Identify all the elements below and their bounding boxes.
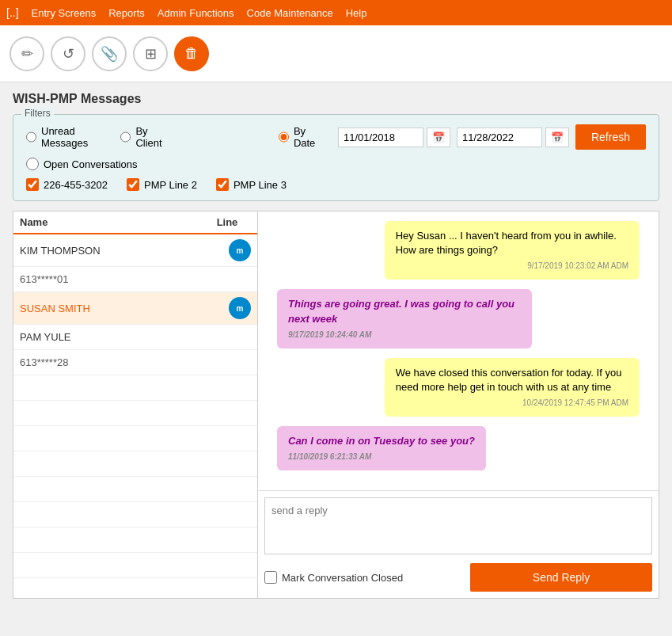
contact-row[interactable]: SUSAN SMITH m bbox=[13, 292, 257, 325]
message-timestamp: 9/17/2019 10:24:40 AM bbox=[288, 329, 521, 341]
contact-phone-row[interactable]: 613*****28 bbox=[13, 350, 257, 375]
contacts-header: Name Line bbox=[13, 211, 257, 234]
messages-area[interactable]: Hey Susan ... I haven't heard from you i… bbox=[258, 211, 659, 490]
phone-checkbox[interactable] bbox=[26, 178, 39, 191]
contact-row-empty[interactable] bbox=[13, 553, 257, 578]
trash-button[interactable]: 🗑 bbox=[174, 36, 209, 71]
contact-row-empty[interactable] bbox=[13, 477, 257, 502]
by-client-label: By Client bbox=[135, 125, 164, 149]
unread-radio-input[interactable] bbox=[26, 131, 36, 143]
nav-logo[interactable]: [..] bbox=[6, 6, 19, 19]
contact-row-empty[interactable] bbox=[13, 401, 257, 426]
contacts-panel: Name Line KIM THOMPSON m 613*****01 SUSA… bbox=[13, 211, 258, 599]
by-date-label: By Date bbox=[294, 125, 319, 149]
back-button[interactable]: ↺ bbox=[51, 36, 85, 71]
open-conversations-radio[interactable]: Open Conversations bbox=[26, 158, 138, 170]
message-text: We have closed this conversation for tod… bbox=[396, 367, 622, 393]
mark-closed-text: Mark Conversation Closed bbox=[282, 572, 403, 584]
filters-box: Filters Unread Messages By Client By Dat… bbox=[13, 114, 659, 201]
grid-button[interactable]: ⊞ bbox=[133, 36, 168, 71]
message-bubble-incoming: Things are going great. I was going to c… bbox=[277, 289, 532, 348]
filters-row-3: 226-455-3202 PMP Line 2 PMP Line 3 bbox=[26, 178, 646, 191]
toolbar: ✏ ↺ 📎 ⊞ 🗑 bbox=[0, 25, 672, 82]
pmp3-checkbox[interactable] bbox=[216, 178, 229, 191]
phone-checkbox-label[interactable]: 226-455-3202 bbox=[26, 178, 108, 191]
contact-row-empty[interactable] bbox=[13, 502, 257, 527]
message-text: Hey Susan ... I haven't heard from you i… bbox=[396, 230, 617, 256]
nav-entry-screens[interactable]: Entry Screens bbox=[32, 7, 97, 19]
by-date-radio-input[interactable] bbox=[279, 131, 289, 143]
contact-phone: 613*****28 bbox=[20, 356, 68, 368]
contact-row-empty[interactable] bbox=[13, 451, 257, 477]
message-text: Things are going great. I was going to c… bbox=[288, 298, 514, 324]
contact-name: PAM YULE bbox=[20, 331, 251, 343]
message-text: Can I come in on Tuesday to see you? bbox=[288, 435, 475, 447]
date-to-cal-button[interactable]: 📅 bbox=[545, 128, 569, 147]
message-bubble-incoming: Can I come in on Tuesday to see you? 11/… bbox=[277, 426, 486, 470]
pmp3-checkbox-label[interactable]: PMP Line 3 bbox=[216, 178, 287, 191]
reply-footer: Mark Conversation Closed Send Reply bbox=[264, 563, 652, 592]
contact-row-empty[interactable] bbox=[13, 375, 257, 401]
date-from-input[interactable] bbox=[338, 128, 423, 147]
pmp3-label: PMP Line 3 bbox=[233, 179, 287, 191]
contact-name: KIM THOMPSON bbox=[20, 245, 229, 257]
contact-row-empty[interactable] bbox=[13, 527, 257, 553]
contact-row[interactable]: PAM YULE bbox=[13, 325, 257, 350]
date-section: 📅 📅 Refresh bbox=[338, 124, 646, 150]
filters-row-1: Unread Messages By Client By Date 📅 📅 bbox=[26, 124, 646, 150]
nav-reports[interactable]: Reports bbox=[108, 7, 145, 19]
contact-row-empty[interactable] bbox=[13, 426, 257, 451]
message-timestamp: 10/24/2019 12:47:45 PM ADM bbox=[396, 398, 628, 409]
message-bubble-outgoing: We have closed this conversation for tod… bbox=[385, 358, 640, 417]
pmp2-label: PMP Line 2 bbox=[144, 179, 197, 191]
nav-code-maintenance[interactable]: Code Maintenance bbox=[247, 7, 333, 19]
date-to-input[interactable] bbox=[457, 128, 542, 147]
edit-button[interactable]: ✏ bbox=[9, 36, 44, 71]
by-client-radio-input[interactable] bbox=[120, 131, 131, 143]
attach-button[interactable]: 📎 bbox=[92, 36, 127, 71]
pmp2-checkbox[interactable] bbox=[127, 178, 139, 191]
open-conversations-label: Open Conversations bbox=[44, 158, 138, 170]
contact-row[interactable]: KIM THOMPSON m bbox=[13, 234, 257, 267]
date-to-wrap: 📅 bbox=[457, 128, 569, 147]
message-timestamp: 11/10/2019 6:21:33 AM bbox=[288, 451, 475, 463]
page-title: WISH-PMP Messages bbox=[13, 92, 659, 106]
contacts-scroll[interactable]: KIM THOMPSON m 613*****01 SUSAN SMITH m … bbox=[13, 234, 257, 598]
open-conversations-radio-input[interactable] bbox=[26, 158, 39, 170]
contact-phone-row[interactable]: 613*****01 bbox=[13, 267, 257, 292]
conversation-panel: Hey Susan ... I haven't heard from you i… bbox=[258, 211, 659, 599]
top-nav: [..] Entry Screens Reports Admin Functio… bbox=[0, 0, 672, 25]
refresh-button[interactable]: Refresh bbox=[575, 124, 646, 150]
date-from-cal-button[interactable]: 📅 bbox=[427, 128, 450, 147]
unread-label: Unread Messages bbox=[41, 125, 101, 149]
unread-messages-radio[interactable]: Unread Messages bbox=[26, 125, 101, 149]
message-bubble-outgoing: Hey Susan ... I haven't heard from you i… bbox=[385, 221, 640, 280]
filters-row-2: Open Conversations bbox=[26, 158, 646, 170]
line-badge: m bbox=[229, 239, 251, 261]
by-client-radio[interactable]: By Client bbox=[120, 125, 164, 149]
contact-name-highlighted: SUSAN SMITH bbox=[20, 303, 229, 314]
by-date-radio[interactable]: By Date bbox=[279, 125, 319, 149]
reply-textarea[interactable] bbox=[264, 497, 652, 554]
reply-area: Mark Conversation Closed Send Reply bbox=[258, 490, 659, 598]
mark-closed-checkbox[interactable] bbox=[264, 571, 277, 584]
phone-label: 226-455-3202 bbox=[44, 179, 108, 191]
send-reply-button[interactable]: Send Reply bbox=[470, 563, 652, 592]
main-area: Name Line KIM THOMPSON m 613*****01 SUSA… bbox=[13, 211, 659, 599]
page-content: WISH-PMP Messages Filters Unread Message… bbox=[0, 82, 672, 608]
contacts-header-name: Name bbox=[20, 216, 203, 228]
date-from-wrap: 📅 bbox=[338, 128, 450, 147]
mark-closed-label[interactable]: Mark Conversation Closed bbox=[264, 571, 403, 584]
message-timestamp: 9/17/2019 10:23:02 AM ADM bbox=[396, 261, 628, 272]
pmp2-checkbox-label[interactable]: PMP Line 2 bbox=[127, 178, 197, 191]
line-badge: m bbox=[229, 297, 251, 319]
contact-phone: 613*****01 bbox=[20, 273, 68, 285]
nav-help[interactable]: Help bbox=[346, 7, 367, 19]
nav-admin-functions[interactable]: Admin Functions bbox=[158, 7, 234, 19]
filters-legend: Filters bbox=[21, 108, 54, 119]
contacts-header-line: Line bbox=[203, 216, 251, 228]
